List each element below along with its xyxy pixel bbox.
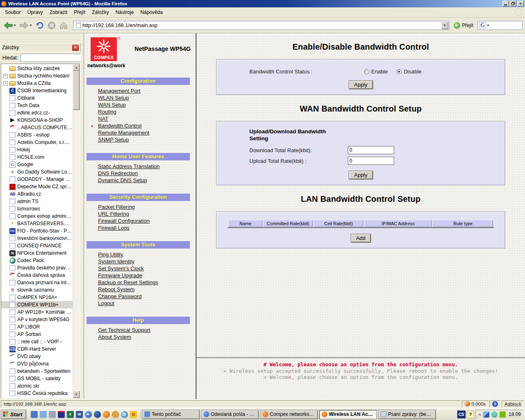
nav-link[interactable]: Firmware Upgrade <box>98 272 142 278</box>
expander-icon[interactable]: + <box>3 74 8 78</box>
nav-link[interactable]: Logout <box>98 300 114 306</box>
outlook-express-icon[interactable] <box>40 411 47 418</box>
enable-apply-button[interactable]: Apply <box>349 80 373 89</box>
nav-link[interactable]: Reboot System <box>98 286 135 292</box>
bookmark-item[interactable]: Danova priznani na Intern... <box>1 279 73 286</box>
nav-link[interactable]: WAN Setup <box>98 102 126 108</box>
task-button[interactable]: Compex networks C... <box>260 410 318 419</box>
search-engine-dropdown-icon[interactable] <box>487 25 489 26</box>
bookmark-item[interactable]: AP Šorban <box>1 331 73 338</box>
menu-item[interactable]: Nástroje <box>112 8 137 16</box>
radio-disable[interactable] <box>397 69 402 74</box>
radio-option[interactable]: Disable <box>397 68 421 75</box>
bookmark-item[interactable]: AP v korytech WPE54G <box>1 316 73 323</box>
messenger-icon[interactable] <box>491 411 498 418</box>
nav-link[interactable]: Bandwidth Control <box>98 123 142 129</box>
nvidia-icon[interactable] <box>500 411 506 418</box>
word-icon[interactable] <box>76 411 83 418</box>
excel-icon[interactable] <box>67 411 74 418</box>
sidebar-close-button[interactable]: × <box>72 45 79 51</box>
back-dropdown-icon[interactable] <box>14 25 16 26</box>
help-tooltip-icon[interactable]: ? <box>467 411 474 418</box>
sidebar-search-input[interactable] <box>21 54 87 62</box>
nav-link[interactable]: Firewall Configuration <box>98 218 150 224</box>
menu-item[interactable]: Přejít <box>71 8 89 16</box>
nav-link[interactable]: Packet Filtering <box>98 204 135 210</box>
bookmark-item[interactable]: Česká daňová správa <box>1 272 73 279</box>
nav-link[interactable]: DNS Redirection <box>98 170 138 176</box>
firefox-icon[interactable] <box>103 411 110 418</box>
go-button[interactable]: ▶ Přejít <box>451 22 476 29</box>
thunderbird-icon[interactable] <box>94 411 101 418</box>
nav-link[interactable]: Static Address Translation <box>98 163 160 169</box>
close-button[interactable]: × <box>517 1 524 7</box>
rate-input[interactable] <box>348 146 394 154</box>
bookmark-item[interactable]: HSBC Česká republika <box>1 390 73 397</box>
bookmark-item[interactable]: .. ABACUS COMPUTER .. <box>1 124 73 131</box>
scrollbar-track[interactable] <box>73 110 80 391</box>
scroll-up-icon[interactable]: ▲ <box>73 64 80 71</box>
nav-link[interactable]: System Identity <box>98 258 135 265</box>
bookmark-item[interactable]: edlink.edcz.cz- <box>1 109 73 116</box>
rate-input[interactable] <box>348 157 394 165</box>
bookmark-item[interactable]: +Mozilla a CZilla <box>1 80 73 87</box>
bookmark-item[interactable]: Codec Pack <box>1 257 73 264</box>
bookmark-item[interactable]: Hokej <box>1 146 73 153</box>
home-button[interactable] <box>58 21 69 30</box>
bookmark-item[interactable]: GS MOBIL - satelity <box>1 375 73 382</box>
forward-dropdown-icon[interactable] <box>30 25 32 26</box>
bookmark-item[interactable]: FIO - Portfolio-Stav - Pav... <box>1 227 73 235</box>
reload-button[interactable] <box>34 21 45 30</box>
nav-link[interactable]: Management Port <box>98 88 140 94</box>
bookmark-item[interactable]: Tech Data <box>1 102 73 109</box>
remote-icon[interactable] <box>49 411 56 418</box>
bookmark-item[interactable]: BASTARDSERVERS.COM B... <box>1 220 73 227</box>
bookmark-item[interactable]: ASBIS - eshop <box>1 131 73 139</box>
icq-icon[interactable] <box>130 411 137 418</box>
radio-enable[interactable] <box>364 69 369 74</box>
tray-chevron-icon[interactable]: « <box>479 412 481 417</box>
menu-item[interactable]: Úpravy <box>24 8 46 16</box>
s-extension-segment[interactable]: S <box>489 400 501 408</box>
menu-item[interactable]: Záložky <box>89 8 112 16</box>
forward-button[interactable] <box>18 21 33 30</box>
bookmark-item[interactable]: DVD půjčovna <box>1 360 73 368</box>
bookmark-item[interactable]: Citibank <box>1 94 73 102</box>
backup-icon[interactable] <box>58 411 65 418</box>
nav-link[interactable]: Dynamic DNS Setup <box>98 177 147 183</box>
bookmark-item[interactable]: Depeche Mode CZ spread... <box>1 183 73 190</box>
bookmark-item[interactable]: tomorrows <box>1 205 73 212</box>
bookmark-item[interactable]: CONSEQ FINANCE <box>1 242 73 249</box>
stop-button[interactable] <box>47 21 57 30</box>
bookmark-item[interactable]: Pravidla českého pravopis... <box>1 264 73 272</box>
nav-link[interactable]: WLAN Setup <box>98 95 129 101</box>
bookmark-item[interactable]: CoMPEX NP16A+ <box>1 294 73 301</box>
adblock-segment[interactable]: Adblock <box>502 400 524 408</box>
language-indicator[interactable]: CS <box>457 411 466 418</box>
bookmark-item[interactable]: AP LIBOR <box>1 323 73 331</box>
bookmark-item[interactable]: Go Daddy Software Low c... <box>1 168 73 176</box>
bookmark-item[interactable]: admin TS <box>1 198 73 205</box>
scrollbar-thumb[interactable] <box>73 71 80 110</box>
nav-link[interactable]: About System <box>98 334 131 340</box>
nav-link[interactable]: Firewall Logs <box>98 225 130 231</box>
nav-link[interactable]: Ping Utility <box>98 251 123 258</box>
restore-button[interactable] <box>510 1 516 7</box>
bookmark-item[interactable]: Složka lišty záložek <box>1 65 73 72</box>
lan-add-button[interactable]: Add <box>351 234 371 242</box>
nav-link[interactable]: Get Technical Support <box>98 327 151 333</box>
bookmark-item[interactable]: betandwin - Sportwetten <box>1 368 73 375</box>
bookmark-item[interactable]: KONSIGNA e-SHOP <box>1 116 73 124</box>
back-button[interactable] <box>2 21 17 30</box>
scheduler-icon[interactable] <box>112 411 119 418</box>
minimize-button[interactable] <box>502 1 509 7</box>
task-button[interactable]: Psaní zprávy: (bez p... <box>378 410 436 419</box>
expander-icon[interactable]: + <box>3 81 8 86</box>
bookmark-item[interactable]: atomic ski <box>1 382 73 390</box>
nav-link[interactable]: Routing <box>98 109 116 115</box>
radio-option[interactable]: Enable <box>364 68 388 75</box>
menu-item[interactable]: Nápověda <box>137 8 166 16</box>
sidebar-splitter[interactable] <box>81 33 84 399</box>
bookmark-item[interactable]: NFOrce Entertainment <box>1 249 73 257</box>
bookmark-item[interactable]: Compex eshop administrat... <box>1 212 73 220</box>
